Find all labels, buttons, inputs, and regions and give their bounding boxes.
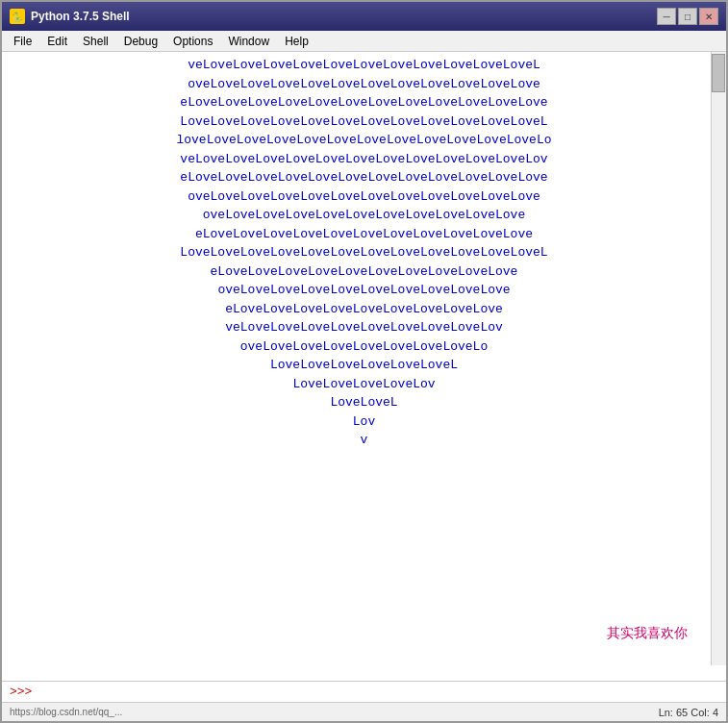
output-line: LoveLoveL bbox=[10, 393, 718, 412]
output-line: eLoveLoveLoveLoveLoveLoveLoveLoveLoveLov… bbox=[10, 93, 718, 112]
output-line: eLoveLoveLoveLoveLoveLoveLoveLoveLove bbox=[10, 300, 718, 319]
title-bar-left: 🐍 Python 3.7.5 Shell bbox=[10, 9, 130, 24]
status-bar: https://blog.csdn.net/qq_... Ln: 65 Col:… bbox=[2, 702, 726, 721]
output-line: LoveLoveLoveLoveLoveLoveLoveLoveLoveLove… bbox=[10, 243, 718, 262]
maximize-button[interactable]: □ bbox=[678, 8, 697, 25]
title-bar: 🐍 Python 3.7.5 Shell ─ □ ✕ bbox=[2, 2, 726, 31]
output-line: LoveLoveLoveLoveLov bbox=[10, 375, 718, 394]
output-line: oveLoveLoveLoveLoveLoveLoveLoveLoveLoveL… bbox=[10, 75, 718, 94]
status-position: Ln: 65 Col: 4 bbox=[659, 707, 718, 718]
output-line: eLoveLoveLoveLoveLoveLoveLoveLoveLoveLov… bbox=[10, 168, 718, 187]
menu-item-shell[interactable]: Shell bbox=[75, 33, 116, 50]
minimize-button[interactable]: ─ bbox=[657, 8, 676, 25]
menu-item-file[interactable]: File bbox=[6, 33, 39, 50]
scroll-thumb[interactable] bbox=[712, 54, 725, 92]
output-line: eLoveLoveLoveLoveLoveLoveLoveLoveLoveLov… bbox=[10, 262, 718, 282]
shell-output[interactable]: veLoveLoveLoveLoveLoveLoveLoveLoveLoveLo… bbox=[2, 52, 726, 681]
output-line: Lov bbox=[10, 412, 718, 432]
close-button[interactable]: ✕ bbox=[699, 8, 718, 25]
output-line: oveLoveLoveLoveLoveLoveLoveLoveLoveLove bbox=[10, 281, 718, 300]
menu-item-debug[interactable]: Debug bbox=[116, 33, 165, 50]
prompt-symbol: >>> bbox=[10, 685, 32, 699]
menu-item-edit[interactable]: Edit bbox=[39, 33, 75, 50]
window-title: Python 3.7.5 Shell bbox=[31, 10, 130, 23]
output-line: oveLoveLoveLoveLoveLoveLoveLoveLoveLoveL… bbox=[10, 206, 718, 225]
output-line: LoveLoveLoveLoveLoveLoveLoveLoveLoveLove… bbox=[10, 112, 718, 132]
chinese-text-overlay: 其实我喜欢你 bbox=[607, 625, 688, 642]
output-line: veLoveLoveLoveLoveLoveLoveLoveLoveLov bbox=[10, 318, 718, 337]
main-window: 🐍 Python 3.7.5 Shell ─ □ ✕ FileEditShell… bbox=[0, 0, 728, 723]
output-line: veLoveLoveLoveLoveLoveLoveLoveLoveLoveLo… bbox=[10, 150, 718, 169]
output-line: oveLoveLoveLoveLoveLoveLoveLoveLo bbox=[10, 337, 718, 357]
window-controls: ─ □ ✕ bbox=[657, 8, 718, 25]
scrollbar[interactable] bbox=[711, 52, 726, 665]
output-line: loveLoveLoveLoveLoveLoveLoveLoveLoveLove… bbox=[10, 131, 718, 150]
status-url: https://blog.csdn.net/qq_... bbox=[10, 707, 659, 717]
output-line: v bbox=[10, 431, 718, 450]
output-line: LoveLoveLoveLoveLoveLoveL bbox=[10, 356, 718, 375]
python-icon: 🐍 bbox=[10, 9, 25, 24]
output-line: veLoveLoveLoveLoveLoveLoveLoveLoveLoveLo… bbox=[10, 56, 718, 75]
content-area: veLoveLoveLoveLoveLoveLoveLoveLoveLoveLo… bbox=[2, 52, 726, 681]
menu-item-window[interactable]: Window bbox=[220, 33, 277, 50]
menu-item-options[interactable]: Options bbox=[165, 33, 220, 50]
menu-bar: FileEditShellDebugOptionsWindowHelp bbox=[2, 31, 726, 52]
output-line: eLoveLoveLoveLoveLoveLoveLoveLoveLoveLov… bbox=[10, 225, 718, 244]
menu-item-help[interactable]: Help bbox=[277, 33, 316, 50]
prompt-bar: >>> bbox=[2, 681, 726, 702]
output-line: oveLoveLoveLoveLoveLoveLoveLoveLoveLoveL… bbox=[10, 187, 718, 207]
